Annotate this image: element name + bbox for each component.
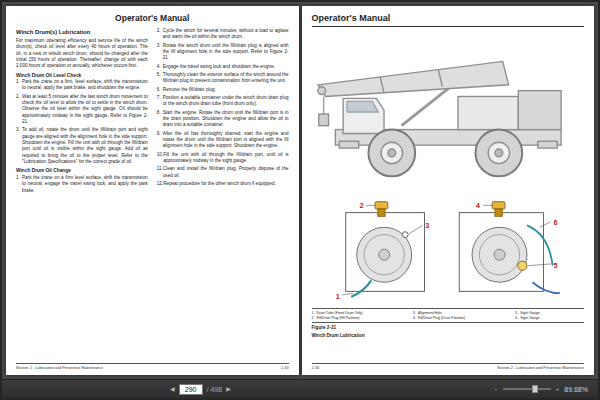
next-page-button[interactable]: ▶ [226, 386, 231, 392]
legend-item: 5. Sight Gauge [515, 311, 584, 315]
list-item: 1. Park the crane on a firm, level surfa… [16, 79, 148, 92]
callout-2: 2 [359, 201, 363, 210]
figure-caption: Winch Drum Lubrication [312, 333, 585, 339]
callout-1: 1 [335, 292, 339, 301]
winch-drum-lubrication-diagram: 1 2 3 4 6 5 [312, 198, 585, 306]
legend-item: 1. Drain Tube (Front Drum Only) [312, 311, 408, 315]
figure-legend: 1. Drain Tube (Front Drum Only) 2. Fill/… [312, 308, 585, 323]
sub-heading-oil-change: Winch Drum Oil Change [16, 168, 148, 173]
pdf-viewer: Operator's Manual Winch Drum(s) Lubricat… [0, 0, 600, 400]
zoom-controls: − + 89.68% [494, 386, 588, 393]
zoom-in-button[interactable]: + [556, 386, 560, 392]
list-item: 8. Start the engine. Rotate the drum unt… [157, 110, 289, 129]
legend-item: 4. Fill/Drain Plug (Drain Position) [413, 316, 509, 320]
zoom-slider-thumb[interactable] [532, 385, 538, 393]
legend-item: 6. Sight Gauge [515, 316, 584, 320]
zoom-slider[interactable] [503, 388, 551, 390]
list-item: 3. Rotate the winch drum until the fill/… [157, 43, 289, 62]
list-item: 2. Cycle the winch for several minutes, … [157, 28, 289, 41]
footer-section-label: Section 2 - Lubrication and Preventive M… [497, 366, 584, 370]
section-heading: Winch Drum(s) Lubrication [16, 29, 148, 35]
list-item: 12. Repeat procedure for the other winch… [157, 181, 289, 187]
left-column: Winch Drum(s) Lubrication For maximum op… [16, 28, 148, 360]
list-item: 5. Thoroughly clean the exterior surface… [157, 72, 289, 85]
figure-number: Figure 2-21 [312, 325, 585, 331]
page-title: Operator's Manual [16, 13, 289, 23]
viewer-toolbar: ◀ / 498 ▶ − + 89.68% [2, 379, 598, 398]
intro-paragraph: For maximum operating efficiency and ser… [16, 38, 148, 70]
footer-section-label: Section 2 - Lubrication and Preventive M… [16, 366, 103, 370]
page-navigation: ◀ / 498 ▶ [170, 384, 231, 395]
list-item: 9. After the oil has thoroughly drained,… [157, 131, 289, 150]
callout-5: 5 [553, 261, 557, 270]
list-item: 2. Wait at least 5 minutes after the las… [16, 94, 148, 126]
previous-page-button[interactable]: ◀ [170, 386, 175, 392]
zoom-out-button[interactable]: − [494, 386, 498, 392]
list-item: 3. To add oil, rotate the drum until the… [16, 127, 148, 165]
list-item: 4. Engage the travel swing lock and shut… [157, 64, 289, 70]
page-right: Operator's Manual [302, 6, 595, 375]
callout-6: 6 [553, 218, 557, 227]
page-left: Operator's Manual Winch Drum(s) Lubricat… [6, 6, 299, 375]
page-footer: Section 2 - Lubrication and Preventive M… [16, 363, 289, 370]
legend-item: 2. Fill/Drain Plug (Fill Position) [312, 316, 408, 320]
page-title: Operator's Manual [312, 13, 585, 27]
page-number-input[interactable] [179, 384, 203, 395]
list-item: 1. Park the crane on a firm level surfac… [16, 175, 148, 194]
page-total-label: / 498 [207, 386, 223, 393]
footer-page-number: 2-34 [312, 366, 320, 370]
page-footer: 2-34 Section 2 - Lubrication and Prevent… [312, 363, 585, 370]
document-pages: Operator's Manual Winch Drum(s) Lubricat… [2, 2, 598, 379]
list-item: 10. Fill the unit with oil through the f… [157, 152, 289, 165]
callout-4: 4 [475, 201, 480, 210]
list-item: 7. Position a suitable container under t… [157, 95, 289, 108]
right-column: 2. Cycle the winch for several minutes, … [157, 28, 289, 360]
list-item: 6. Remove the fill/drain plug. [157, 87, 289, 93]
figure-area: 1 2 3 4 6 5 1. Drain Tube (Front Drum On… [312, 30, 585, 360]
legend-item: 3. Alignment Hole [413, 311, 509, 315]
callout-3: 3 [425, 221, 429, 230]
sub-heading-oil-level-check: Winch Drum Oil Level Check [16, 73, 148, 78]
crane-illustration [312, 30, 585, 198]
list-item: 11. Clean and install the fill/drain plu… [157, 166, 289, 179]
zoom-level: 89.68% [564, 386, 588, 393]
footer-page-number: 2-33 [281, 366, 289, 370]
